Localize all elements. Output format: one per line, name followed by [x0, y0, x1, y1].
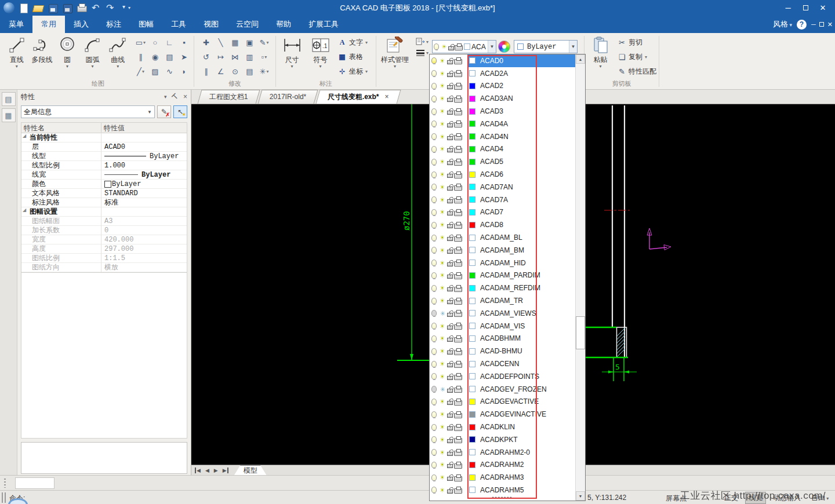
layer-freeze-thaw-icon[interactable]: [438, 107, 446, 115]
layer-color-swatch[interactable]: [469, 83, 475, 89]
layer-lock-icon[interactable]: [447, 161, 453, 165]
arc-tool[interactable]: 圆弧▾: [81, 35, 105, 68]
layer-freeze-thaw-icon[interactable]: [438, 120, 446, 128]
library-panel-tab-icon[interactable]: ▦: [2, 108, 16, 122]
layer-color-swatch[interactable]: [469, 411, 475, 418]
layer-freeze-thaw-icon[interactable]: [438, 360, 446, 368]
layer-print-icon[interactable]: [454, 198, 462, 203]
ribbon-tab[interactable]: 插入: [65, 16, 97, 33]
layer-color-swatch[interactable]: [469, 335, 475, 342]
property-row[interactable]: 图纸方向 横放: [21, 263, 187, 272]
layer-color-swatch[interactable]: [469, 70, 475, 76]
layer-lock-icon[interactable]: [447, 187, 453, 191]
layer-row[interactable]: ACAD3: [430, 105, 575, 118]
layer-freeze-thaw-icon[interactable]: [438, 397, 446, 406]
layer-row[interactable]: ACADKPKT: [430, 433, 575, 446]
layer-row[interactable]: ACADAM_VIS: [430, 320, 575, 333]
layer-color-swatch[interactable]: [469, 171, 475, 178]
layer-row[interactable]: ACAD5: [430, 155, 575, 168]
layer-on-off-icon[interactable]: [431, 209, 437, 216]
doc-minimize-button[interactable]: ─: [811, 21, 816, 28]
trim-icon[interactable]: ╲: [213, 35, 228, 50]
layer-row[interactable]: ACAD-BHMU: [430, 345, 575, 357]
layer-print-icon[interactable]: [454, 287, 462, 292]
layer-lock-icon[interactable]: [447, 60, 453, 64]
property-row[interactable]: 宽度 420.000: [21, 235, 187, 244]
layer-lock-icon[interactable]: [447, 439, 453, 443]
layer-color-swatch[interactable]: [469, 209, 475, 216]
layer-lock-icon[interactable]: [447, 414, 453, 418]
layer-color-swatch[interactable]: [469, 120, 475, 127]
layer-color-swatch[interactable]: [469, 235, 475, 241]
layer-lock-icon[interactable]: [447, 250, 453, 254]
layer-row[interactable]: ACAD4A: [430, 118, 575, 130]
layer-color-swatch[interactable]: [469, 348, 475, 355]
layer-print-icon[interactable]: [454, 350, 462, 355]
layer-color-swatch[interactable]: [469, 361, 475, 367]
layer-color-swatch[interactable]: [469, 159, 475, 165]
layer-freeze-thaw-icon[interactable]: [438, 334, 446, 342]
ribbon-tab[interactable]: 图幅: [130, 16, 162, 33]
stretch-icon[interactable]: ▥: [242, 50, 257, 64]
layer-on-off-icon[interactable]: [431, 424, 437, 430]
layer-row[interactable]: ACAD7A: [430, 193, 575, 206]
layer-freeze-thaw-icon[interactable]: [438, 448, 446, 456]
layer-on-off-icon[interactable]: [431, 361, 437, 367]
color-combo-arrow[interactable]: ▼: [569, 41, 577, 53]
layer-on-off-icon[interactable]: [431, 70, 437, 76]
layer-on-off-icon[interactable]: [431, 260, 437, 266]
new-file-icon[interactable]: [19, 3, 29, 13]
layer-lock-icon[interactable]: [447, 452, 453, 456]
layer-color-swatch[interactable]: [469, 133, 475, 140]
layer-on-off-icon[interactable]: [431, 323, 437, 329]
save-as-icon[interactable]: [62, 3, 72, 13]
layer-on-off-icon[interactable]: [431, 348, 437, 355]
crop-icon[interactable]: ▫: [257, 50, 271, 64]
ribbon-tab[interactable]: 标注: [97, 16, 130, 33]
layer-lock-icon[interactable]: [447, 111, 453, 115]
layer-print-icon[interactable]: [454, 122, 462, 127]
document-tab[interactable]: 尺寸线变粗.exb*×: [316, 90, 401, 104]
property-row[interactable]: 颜色 ByLayer: [21, 180, 187, 189]
layer-print-icon[interactable]: [454, 363, 462, 368]
color-picker-icon[interactable]: [498, 41, 510, 53]
pick-object-button[interactable]: ↖★: [173, 105, 187, 118]
mirror-icon[interactable]: ⋈: [228, 50, 242, 64]
layer-print-icon[interactable]: [454, 312, 462, 317]
layer-freeze-thaw-icon[interactable]: [438, 473, 446, 481]
layer-on-off-icon[interactable]: [431, 449, 437, 455]
layer-row[interactable]: ACAD7: [430, 206, 575, 219]
layer-on-off-icon[interactable]: [431, 310, 437, 316]
layer-on-off-icon[interactable]: [431, 96, 437, 102]
layer-freeze-thaw-icon[interactable]: [438, 436, 446, 444]
layer-lock-icon[interactable]: [447, 426, 453, 430]
property-row[interactable]: 高度 297.000: [21, 244, 187, 254]
command-input[interactable]: [15, 477, 55, 489]
layer-on-off-icon[interactable]: [431, 272, 437, 279]
layer-on-off-icon[interactable]: [431, 196, 437, 203]
layer-lock-icon[interactable]: [447, 275, 453, 279]
layer-on-off-icon[interactable]: [431, 120, 437, 127]
leader-icon[interactable]: ➤: [177, 50, 191, 64]
layer-color-swatch[interactable]: [469, 146, 475, 152]
layer-on-off-icon[interactable]: [431, 184, 437, 190]
layer-color-swatch[interactable]: [469, 272, 475, 279]
nav-first-icon[interactable]: ◀: [195, 468, 201, 473]
layer-print-icon[interactable]: [454, 438, 462, 443]
layer-combo-arrow[interactable]: ▼: [488, 41, 496, 53]
layer-on-off-icon[interactable]: [431, 462, 437, 468]
layer-color-swatch[interactable]: [469, 373, 475, 379]
line-tool[interactable]: 直线▾: [5, 35, 29, 68]
layer-print-icon[interactable]: [454, 426, 462, 431]
layer-on-off-icon[interactable]: [431, 222, 437, 228]
layer-freeze-thaw-icon[interactable]: [438, 145, 446, 153]
layer-color-swatch[interactable]: [469, 247, 475, 253]
layer-on-off-icon[interactable]: [431, 235, 437, 241]
close-button[interactable]: ✕: [814, 3, 832, 12]
layer-row[interactable]: ACADGEV_FROZEN: [430, 383, 575, 396]
layer-row[interactable]: ACAD7AN: [430, 181, 575, 193]
status-toggle[interactable]: 自由: [808, 492, 832, 504]
layer-lock-icon[interactable]: [447, 136, 453, 140]
layer-lock-icon[interactable]: [447, 376, 453, 380]
explode-icon[interactable]: ✳: [257, 64, 271, 79]
